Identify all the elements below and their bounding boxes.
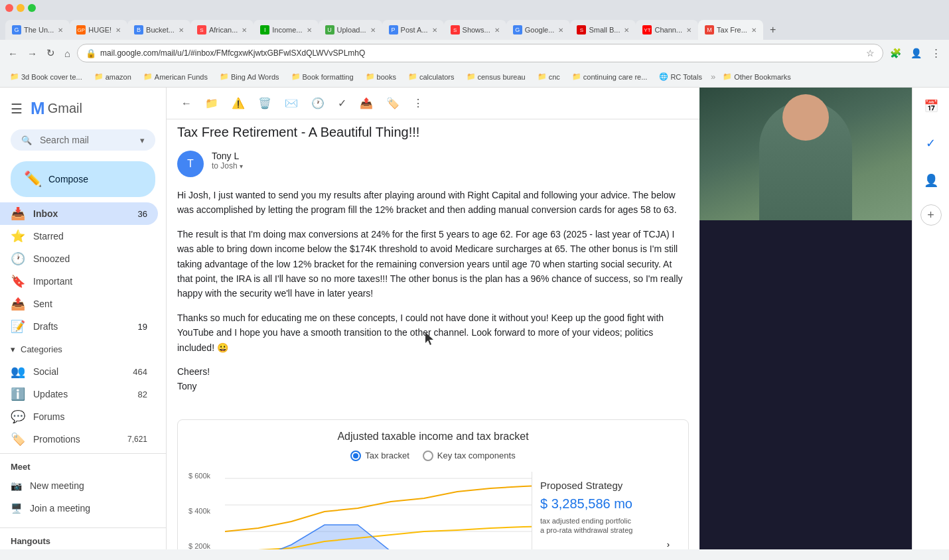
- tab-4-close[interactable]: ✕: [242, 27, 247, 34]
- tab-12-close[interactable]: ✕: [751, 27, 757, 34]
- address-bar[interactable]: 🔒 mail.google.com/mail/u/1/#inbox/FMfcgx…: [77, 44, 883, 62]
- bookmark-american-funds[interactable]: 📁 American Funds: [139, 70, 212, 83]
- extensions-button[interactable]: 🧩: [887, 45, 904, 61]
- sent-label: Sent: [33, 299, 147, 309]
- tab-12[interactable]: M Tax Fre... ✕: [698, 20, 763, 40]
- tab-2-favicon: GP: [76, 25, 86, 35]
- bookmark-american-funds-label: American Funds: [155, 73, 208, 81]
- bookmark-star[interactable]: ☆: [866, 48, 875, 58]
- snooze-button[interactable]: 🕐: [307, 93, 328, 113]
- task-button[interactable]: ✓: [334, 93, 350, 113]
- bookmark-bing-adwords[interactable]: 📁 Bing Ad Words: [215, 70, 284, 83]
- sidebar-item-social[interactable]: 👥 Social 464: [0, 360, 158, 383]
- bookmark-census[interactable]: 📁 census bureau: [462, 70, 530, 83]
- tab-5[interactable]: I Income... ✕: [254, 20, 318, 40]
- calendar-icon-btn[interactable]: 📅: [918, 93, 944, 119]
- sidebar-item-join-meeting[interactable]: 🖥️ Join a meeting: [0, 497, 166, 520]
- bookmark-other[interactable]: 📁 Other Bookmarks: [718, 70, 796, 83]
- contacts-icon-btn[interactable]: 👤: [918, 167, 944, 194]
- archive-button[interactable]: 📁: [201, 93, 222, 113]
- tab-10[interactable]: S Small B... ✕: [570, 20, 636, 40]
- bookmark-rc-label: RC Totals: [670, 73, 701, 81]
- add-panel-button[interactable]: +: [920, 204, 942, 226]
- sidebar-item-forums[interactable]: 💬 Forums: [0, 405, 158, 428]
- tab-5-close[interactable]: ✕: [307, 27, 312, 34]
- categories-header[interactable]: ▾ Categories: [0, 338, 166, 360]
- tab-7-close[interactable]: ✕: [432, 27, 437, 34]
- back-button[interactable]: ←: [5, 45, 21, 62]
- tab-2[interactable]: GP HUGE! ✕: [70, 20, 127, 40]
- bookmark-globe-icon: 🌐: [659, 72, 668, 81]
- bookmark-folder-icon-7: 📁: [408, 72, 417, 81]
- tab-3[interactable]: B Bucket... ✕: [127, 20, 190, 40]
- bookmark-book-formatting[interactable]: 📁 Book formatting: [287, 70, 358, 83]
- tab-8[interactable]: S Shows... ✕: [444, 20, 506, 40]
- compose-button[interactable]: ✏️ Compose: [11, 161, 155, 197]
- tab-6[interactable]: U Upload... ✕: [319, 20, 382, 40]
- search-bar[interactable]: 🔍 Search mail ▾: [11, 129, 155, 151]
- gmail-logo: M Gmail: [31, 98, 82, 119]
- move-button[interactable]: 📤: [356, 93, 377, 113]
- tab-4[interactable]: S African... ✕: [190, 20, 254, 40]
- tab-1-close[interactable]: ✕: [58, 27, 63, 34]
- tab-7[interactable]: P Post A... ✕: [382, 20, 444, 40]
- bookmark-rc[interactable]: 🌐 RC Totals: [654, 70, 706, 83]
- back-to-list-button[interactable]: ←: [177, 94, 196, 113]
- gmail-logo-text: Gmail: [48, 101, 82, 116]
- tab-1[interactable]: G The Un... ✕: [5, 20, 70, 40]
- search-dropdown-icon[interactable]: ▾: [140, 135, 145, 145]
- to-dropdown-icon[interactable]: ▾: [240, 163, 243, 170]
- sidebar-item-sent[interactable]: 📤 Sent: [0, 293, 158, 315]
- tab-6-close[interactable]: ✕: [370, 27, 376, 34]
- more-button[interactable]: ⋮: [409, 93, 427, 113]
- hangout-user[interactable]: J Josh ▾ +: [0, 549, 166, 549]
- profile-button[interactable]: 👤: [908, 45, 924, 61]
- sidebar-item-inbox[interactable]: 📥 Inbox 36: [0, 202, 158, 225]
- bookmark-books[interactable]: 📁 books: [361, 70, 401, 83]
- sidebar-item-snoozed[interactable]: 🕐 Snoozed: [0, 247, 158, 270]
- email-paragraph-1: Hi Josh, I just wanted to send you my re…: [177, 188, 689, 218]
- radio-key-tax[interactable]: Key tax components: [423, 451, 516, 461]
- forward-button[interactable]: →: [25, 45, 40, 62]
- title-bar: [0, 0, 949, 16]
- spam-button[interactable]: ⚠️: [228, 93, 249, 113]
- sidebar-item-updates[interactable]: ℹ️ Updates 82: [0, 383, 158, 405]
- tab-3-favicon: B: [134, 25, 143, 35]
- sidebar-item-promotions[interactable]: 🏷️ Promotions 7,621: [0, 428, 158, 451]
- refresh-button[interactable]: ↻: [44, 44, 58, 62]
- tab-3-close[interactable]: ✕: [179, 27, 184, 34]
- tab-10-close[interactable]: ✕: [624, 27, 629, 34]
- mark-unread-button[interactable]: ✉️: [281, 93, 302, 113]
- tab-11[interactable]: YT Chann... ✕: [636, 20, 698, 40]
- new-tab-button[interactable]: +: [766, 20, 780, 40]
- delete-button[interactable]: 🗑️: [254, 93, 275, 113]
- strategy-chevron[interactable]: ›: [540, 539, 670, 549]
- tab-9[interactable]: G Google... ✕: [506, 20, 571, 40]
- bookmarks-overflow[interactable]: »: [711, 72, 715, 82]
- hamburger-menu[interactable]: ☰: [11, 101, 23, 117]
- sidebar-item-drafts[interactable]: 📝 Drafts 19: [0, 315, 158, 338]
- sidebar-header: ☰ M Gmail: [0, 93, 166, 124]
- maximize-button[interactable]: [28, 4, 36, 12]
- home-button[interactable]: ⌂: [62, 45, 73, 62]
- bookmark-3d[interactable]: 📁 3d Book cover te...: [5, 70, 87, 83]
- bookmark-cnc[interactable]: 📁 cnc: [533, 70, 565, 83]
- tab-9-close[interactable]: ✕: [558, 27, 563, 34]
- tab-2-close[interactable]: ✕: [115, 27, 121, 34]
- bookmark-calculators[interactable]: 📁 calculators: [403, 70, 459, 83]
- menu-button[interactable]: ⋮: [928, 44, 944, 62]
- minimize-button[interactable]: [17, 4, 25, 12]
- close-button[interactable]: [5, 4, 13, 12]
- chart-section: Adjusted taxable income and tax bracket …: [177, 419, 689, 549]
- tab-11-close[interactable]: ✕: [686, 27, 692, 34]
- label-button[interactable]: 🏷️: [382, 93, 403, 113]
- radio-tax-bracket[interactable]: Tax bracket: [350, 451, 409, 461]
- sidebar-item-starred[interactable]: ⭐ Starred: [0, 225, 158, 247]
- tab-8-close[interactable]: ✕: [494, 27, 500, 34]
- bookmark-continuing[interactable]: 📁 continuing care re...: [567, 70, 652, 83]
- bookmark-folder-icon: 📁: [10, 72, 19, 81]
- check-icon-btn[interactable]: ✓: [918, 130, 944, 157]
- sidebar-item-important[interactable]: 🔖 Important: [0, 270, 158, 293]
- bookmark-amazon[interactable]: 📁 amazon: [90, 70, 136, 83]
- sidebar-item-new-meeting[interactable]: 📷 New meeting: [0, 474, 166, 497]
